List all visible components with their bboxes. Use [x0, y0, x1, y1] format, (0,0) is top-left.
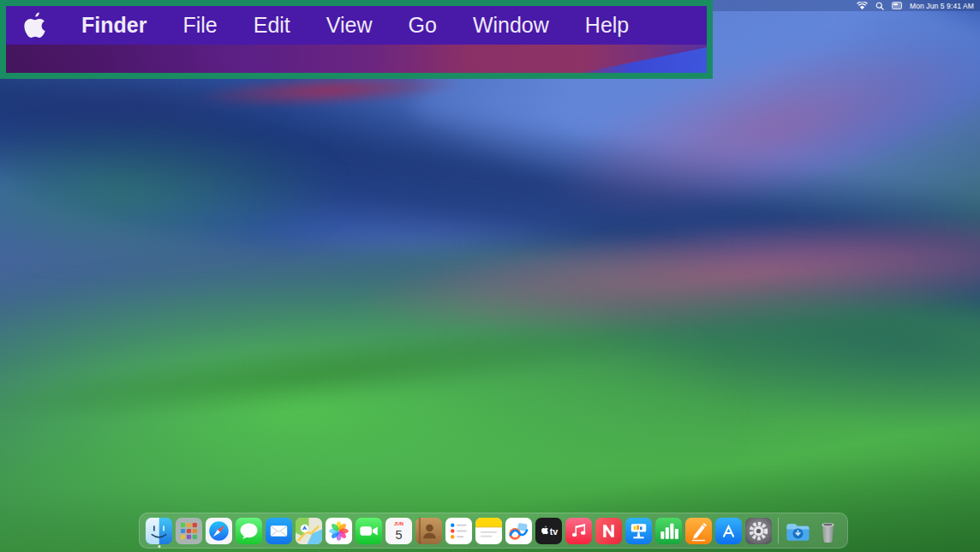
menu-go[interactable]: Go — [409, 13, 437, 38]
wallpaper-swirl — [0, 303, 707, 443]
safari-icon[interactable] — [206, 518, 232, 544]
mail-icon[interactable] — [266, 518, 292, 544]
notes-icon[interactable] — [475, 518, 502, 544]
freeform-icon[interactable] — [505, 518, 532, 544]
calendar-icon[interactable]: JUN5 — [385, 518, 412, 544]
app-store-icon[interactable] — [715, 518, 742, 544]
wallpaper-swirl — [0, 122, 343, 265]
apple-tv-icon[interactable]: tv — [535, 518, 562, 544]
menu-bar: FinderFileEditViewGoWindowHelp — [6, 6, 707, 45]
facetime-icon[interactable] — [356, 518, 382, 544]
wallpaper-swirl — [463, 209, 980, 475]
pages-icon[interactable] — [685, 518, 712, 544]
menu-file[interactable]: File — [182, 13, 217, 38]
svg-text:5: 5 — [395, 527, 402, 541]
dock-divider — [778, 518, 779, 543]
menu-edit[interactable]: Edit — [254, 13, 290, 38]
apple-menu[interactable] — [24, 11, 45, 39]
wallpaper-zoom-strip — [6, 45, 707, 73]
maps-icon[interactable] — [296, 518, 322, 544]
downloads-folder-icon[interactable] — [785, 518, 811, 544]
news-icon[interactable] — [595, 518, 622, 544]
status-bar: Mon Jun 5 9:41 AM — [857, 0, 980, 11]
wallpaper-swirl — [0, 276, 726, 541]
wifi-icon[interactable] — [857, 2, 868, 10]
dock: JUN5tv — [139, 513, 848, 549]
contacts-icon[interactable] — [415, 518, 442, 544]
keynote-icon[interactable] — [625, 518, 652, 544]
reminders-icon[interactable] — [445, 518, 472, 544]
trash-icon[interactable] — [815, 518, 841, 544]
photos-icon[interactable] — [326, 518, 352, 544]
menu-bar-highlight-box: FinderFileEditViewGoWindowHelp — [0, 0, 713, 79]
apple-logo-icon — [24, 11, 45, 39]
wallpaper-swirl — [0, 75, 284, 141]
music-icon[interactable] — [565, 518, 592, 544]
search-icon[interactable] — [875, 2, 884, 10]
wallpaper-swirl — [340, 193, 980, 359]
control-center-icon[interactable] — [892, 2, 902, 9]
system-settings-icon[interactable] — [745, 518, 772, 544]
finder-icon[interactable] — [146, 518, 172, 544]
desktop: Mon Jun 5 9:41 AM FinderFileEditViewGoWi… — [0, 0, 980, 552]
messages-icon[interactable] — [236, 518, 262, 544]
numbers-icon[interactable] — [655, 518, 682, 544]
menu-window[interactable]: Window — [473, 13, 549, 38]
menu-finder[interactable]: Finder — [81, 13, 146, 38]
menu-help[interactable]: Help — [585, 13, 629, 38]
launchpad-icon[interactable] — [176, 518, 202, 544]
svg-text:JUN: JUN — [394, 521, 403, 526]
menu-bar-clock[interactable]: Mon Jun 5 9:41 AM — [910, 2, 974, 10]
svg-text:tv: tv — [550, 525, 559, 536]
menu-view[interactable]: View — [326, 13, 373, 38]
